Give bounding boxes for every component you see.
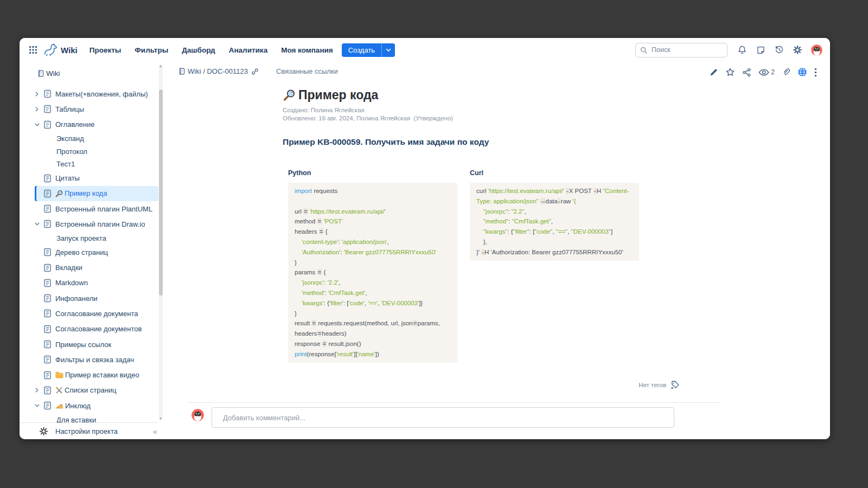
sidebar-item[interactable]: Фильтры и связка задач bbox=[35, 352, 158, 367]
create-dropdown-caret-icon[interactable] bbox=[381, 43, 395, 57]
create-button-label[interactable]: Создать bbox=[342, 43, 381, 57]
code-line: 'jsonrpc': '2.2', bbox=[295, 278, 451, 288]
document-icon bbox=[43, 174, 55, 183]
sidebar-item-label: Инклюд bbox=[65, 402, 91, 410]
sidebar-item[interactable]: Встроенный плагин PlantUML bbox=[35, 201, 158, 216]
search-box[interactable] bbox=[635, 43, 727, 57]
watchers-eye-icon[interactable]: 2 bbox=[758, 68, 775, 76]
more-kebab-icon[interactable] bbox=[814, 68, 817, 77]
link-chain-icon[interactable] bbox=[251, 68, 259, 75]
book-icon bbox=[178, 67, 186, 75]
dino-logo-icon[interactable] bbox=[43, 43, 58, 56]
sidebar-item[interactable]: Пример вставки видео bbox=[35, 367, 158, 382]
project-settings-label[interactable]: Настройки проекта bbox=[55, 427, 118, 435]
sidebar-item[interactable]: Пример кода bbox=[35, 186, 158, 201]
edit-pencil-icon[interactable] bbox=[709, 68, 718, 77]
sidebar-item[interactable]: Экспанд bbox=[35, 132, 158, 145]
scrollbar-thumb[interactable] bbox=[159, 89, 163, 296]
sidebar-item-label: Встроенный плагин PlantUML bbox=[55, 205, 152, 213]
sidebar-item[interactable]: Согласование документов bbox=[35, 322, 158, 337]
sidebar-collapse-button[interactable]: « bbox=[153, 427, 157, 436]
app-grid-icon[interactable] bbox=[27, 44, 39, 56]
sidebar-item[interactable]: Для вставки bbox=[35, 413, 158, 422]
sidebar-item[interactable]: Согласование документа bbox=[35, 306, 158, 321]
code-line bbox=[295, 196, 451, 207]
breadcrumb[interactable]: Wiki / DOC-001123 bbox=[178, 67, 259, 75]
scroll-down-arrow-icon[interactable] bbox=[159, 418, 162, 420]
sidebar-item[interactable]: Запуск проекта bbox=[35, 232, 158, 245]
tab-related-links[interactable]: Связанные ссылки bbox=[276, 67, 338, 75]
sidebar-item[interactable]: Цитаты bbox=[35, 170, 158, 185]
code-line: headers=headers) bbox=[295, 329, 451, 339]
code-column-python: Pythonimport requests url = 'https://tes… bbox=[288, 169, 457, 363]
attachment-paperclip-icon[interactable] bbox=[782, 68, 790, 77]
nav-item-5[interactable]: Моя компания bbox=[281, 46, 333, 54]
document-icon bbox=[43, 355, 55, 364]
favorite-star-icon[interactable] bbox=[725, 67, 735, 77]
code-block[interactable]: import requests url = 'https://test.evat… bbox=[288, 183, 457, 363]
nav-item-3[interactable]: Дашборд bbox=[182, 46, 215, 54]
breadcrumb-label[interactable]: Wiki / DOC-001123 bbox=[188, 67, 248, 75]
sidebar-item-label: Оглавление bbox=[55, 120, 94, 129]
magnifier-icon bbox=[55, 190, 63, 197]
user-avatar[interactable] bbox=[811, 44, 822, 56]
history-icon[interactable] bbox=[773, 44, 785, 56]
code-line: "method": "CmfTask.get", bbox=[476, 216, 633, 227]
chevron-right-icon[interactable] bbox=[35, 388, 43, 393]
code-line: import requests bbox=[295, 186, 451, 196]
sidebar-item-label: Пример вставки видео bbox=[65, 371, 139, 379]
comment-input[interactable] bbox=[212, 407, 674, 428]
sidebar-item[interactable]: Дерево страниц bbox=[35, 245, 158, 260]
document-icon bbox=[43, 386, 55, 395]
search-input[interactable] bbox=[650, 46, 723, 54]
project-settings-gear-icon[interactable] bbox=[39, 427, 48, 436]
sidebar-item[interactable]: Списки страниц bbox=[35, 383, 158, 398]
nav-item-2[interactable]: Фильтры bbox=[135, 46, 168, 54]
document-icon bbox=[43, 189, 55, 198]
document-icon bbox=[43, 279, 55, 287]
sidebar-item-label: Согласование документов bbox=[55, 325, 142, 333]
notifications-bell-icon[interactable] bbox=[736, 44, 748, 56]
app-title[interactable]: Wiki bbox=[61, 46, 78, 55]
scroll-up-arrow-icon[interactable] bbox=[159, 65, 162, 67]
create-button[interactable]: Создать bbox=[342, 43, 395, 57]
code-line: method = 'POST' bbox=[295, 216, 451, 227]
document-icon bbox=[43, 371, 55, 380]
sidebar-item-label: Тест1 bbox=[56, 160, 75, 168]
sidebar-wiki-header[interactable]: Wiki bbox=[37, 69, 60, 78]
current-user-avatar[interactable] bbox=[192, 409, 204, 421]
code-line: curl 'https://test.evateam.ru/api/' -X P… bbox=[476, 186, 633, 196]
public-globe-icon[interactable] bbox=[797, 67, 807, 77]
sidebar: Wiki Макеты(+вложения, файлы)ТаблицыОгла… bbox=[20, 62, 168, 439]
sidebar-item[interactable]: Примеры ссылок bbox=[35, 337, 158, 352]
sidebar-item[interactable]: Макеты(+вложения, файлы) bbox=[35, 86, 158, 101]
sidebar-item[interactable]: Протокол bbox=[35, 145, 158, 158]
document-icon bbox=[43, 294, 55, 303]
sidebar-item[interactable]: Инфопанели bbox=[35, 291, 158, 306]
breadcrumb-row: Wiki / DOC-001123 Связанные ссылки bbox=[178, 67, 338, 75]
sidebar-item[interactable]: Вкладки bbox=[35, 260, 158, 275]
settings-gear-icon[interactable] bbox=[792, 44, 803, 56]
add-tag-icon[interactable] bbox=[671, 380, 680, 389]
code-block[interactable]: curl 'https://test.evateam.ru/api/' -X P… bbox=[470, 183, 639, 261]
chevron-down-icon[interactable] bbox=[35, 123, 43, 127]
topbar: Wiki ПроектыФильтрыДашбордАналитикаМоя к… bbox=[20, 38, 830, 62]
sidebar-item[interactable]: Встроенный плагин Draw.io bbox=[35, 216, 158, 232]
sidebar-item[interactable]: Таблицы bbox=[35, 101, 158, 117]
sidebar-scrollbar[interactable] bbox=[159, 64, 163, 421]
sidebar-item[interactable]: Оглавление bbox=[35, 117, 158, 132]
sidebar-item[interactable]: Инклюд bbox=[35, 398, 158, 413]
document-icon bbox=[43, 120, 55, 129]
chevron-right-icon[interactable] bbox=[35, 92, 43, 97]
nav-item-1[interactable]: Проекты bbox=[90, 46, 122, 54]
main-nav: ПроектыФильтрыДашбордАналитикаМоя компан… bbox=[90, 46, 333, 54]
sidebar-item[interactable]: Тест1 bbox=[35, 158, 158, 171]
chevron-down-icon[interactable] bbox=[35, 222, 43, 226]
nav-item-4[interactable]: Аналитика bbox=[229, 46, 267, 54]
chevron-right-icon[interactable] bbox=[35, 107, 43, 112]
sidebar-item[interactable]: Markdown bbox=[35, 275, 158, 291]
chevron-down-icon[interactable] bbox=[35, 403, 43, 408]
created-line: Создано: Полина Яглейская bbox=[283, 107, 365, 113]
notes-icon[interactable] bbox=[755, 44, 767, 56]
share-icon[interactable] bbox=[742, 68, 751, 77]
